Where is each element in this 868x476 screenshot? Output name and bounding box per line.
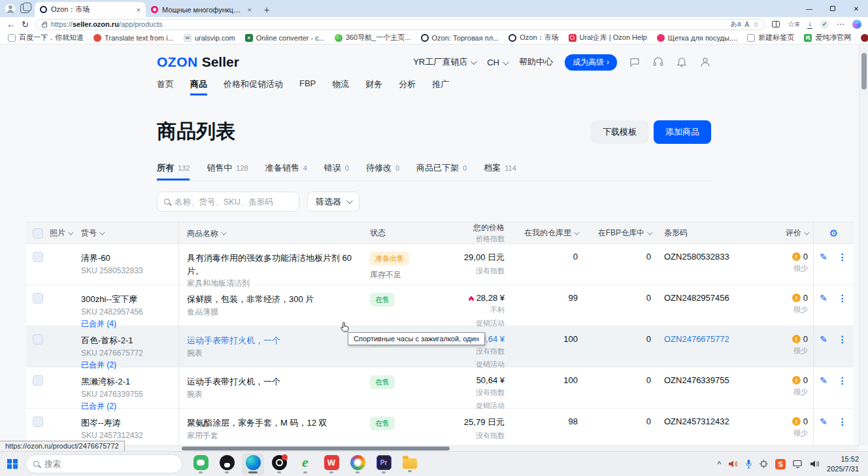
sogou-input-icon[interactable]: S xyxy=(775,459,786,469)
nav-item[interactable]: 物流 xyxy=(332,78,349,95)
select-all-checkbox[interactable] xyxy=(33,228,43,239)
bookmark-item[interactable]: Щетка для посуды,... xyxy=(657,34,737,42)
edit-pencil-icon[interactable]: ✎ xyxy=(820,252,827,262)
store-switcher[interactable]: YR工厂直销店 xyxy=(413,56,475,68)
filter-tab[interactable]: 所有 132 xyxy=(157,162,190,180)
more-menu-icon[interactable]: ⋯ xyxy=(837,20,844,28)
table-row[interactable]: 清界-60 SKU 2580532833 具有消毒作用的强效多功能清洁地板片剂 … xyxy=(26,244,854,285)
start-button[interactable] xyxy=(4,456,21,473)
edit-pencil-icon[interactable]: ✎ xyxy=(820,334,827,345)
ozon-logo[interactable]: OZONSeller xyxy=(157,54,239,70)
taskbar-app-wps[interactable]: W xyxy=(320,453,342,475)
row-checkbox[interactable] xyxy=(33,375,43,386)
row-menu-icon[interactable]: ⋮ xyxy=(838,252,848,262)
download-template-button[interactable]: 下载模板 xyxy=(591,120,648,144)
price-value[interactable]: 28,28 ¥ xyxy=(476,293,505,303)
price-value[interactable]: 25,79 日元 xyxy=(464,416,505,428)
volume-icon[interactable] xyxy=(810,460,820,468)
taskbar-search-input[interactable] xyxy=(44,460,175,469)
nav-item[interactable]: 价格和促销活动 xyxy=(224,78,283,95)
table-settings-gear-icon[interactable]: ⚙ xyxy=(829,228,838,239)
lock-icon[interactable] xyxy=(42,24,47,27)
close-button[interactable]: ✕ xyxy=(844,0,868,17)
language-switcher[interactable]: CH xyxy=(487,58,507,67)
search-input[interactable] xyxy=(175,197,292,207)
item-name[interactable]: 黑濑湾标-2-1 xyxy=(81,375,178,388)
product-search[interactable] xyxy=(157,192,299,212)
product-name-link[interactable]: 保鲜膜，包装，非常经济，300 片 xyxy=(187,293,359,306)
row-checkbox[interactable] xyxy=(33,416,43,427)
add-product-button[interactable]: 添加商品 xyxy=(654,120,711,144)
barcode-value[interactable]: OZN2476675772 xyxy=(656,326,754,371)
browser-tab-inactive[interactable]: Мощные многофункциональнь × xyxy=(146,2,257,17)
filter-tab[interactable]: 错误 0 xyxy=(324,162,349,180)
row-checkbox[interactable] xyxy=(33,293,43,303)
bookmark-item[interactable]: Ozon：市场 xyxy=(509,33,558,42)
favorite-star-icon[interactable]: ☆ xyxy=(753,21,759,28)
bookmark-item[interactable]: 纯 爱纯净官网 xyxy=(804,33,851,42)
filter-tab[interactable]: 准备销售 4 xyxy=(265,162,307,180)
vertical-scrollbar[interactable] xyxy=(859,44,868,445)
item-name[interactable]: 清界-60 xyxy=(81,252,178,265)
table-row[interactable]: 300zhi--宝下摩 SKU 2482957456 已合并 (4) 保鲜膜，包… xyxy=(26,285,854,326)
header-photo[interactable]: 照片 xyxy=(50,228,81,239)
bookmark-item[interactable]: x Online converter - c... xyxy=(245,34,325,42)
edit-pencil-icon[interactable]: ✎ xyxy=(820,416,827,427)
taskbar-app-browser360[interactable] xyxy=(346,453,369,475)
microphone-icon[interactable] xyxy=(745,459,752,469)
nav-item[interactable]: FBP xyxy=(299,78,316,95)
new-tab-button[interactable]: + xyxy=(259,3,274,17)
collections-icon[interactable]: ☆≡ xyxy=(788,20,799,28)
bookmark-item[interactable]: 百度一下，你就知道 xyxy=(8,33,84,42)
edit-pencil-icon[interactable]: ✎ xyxy=(820,375,827,386)
filter-tab[interactable]: 销售中 128 xyxy=(207,162,248,180)
filters-button[interactable]: 筛选器 xyxy=(307,192,359,212)
barcode-value[interactable]: OZN2482957456 xyxy=(656,285,754,330)
tab-close-icon[interactable]: × xyxy=(137,6,141,14)
display-icon[interactable] xyxy=(793,460,803,468)
taskbar-app-premiere[interactable]: Pr xyxy=(373,453,395,475)
refresh-icon[interactable]: ↻ xyxy=(22,20,29,29)
taskbar-app-edge[interactable] xyxy=(242,453,264,475)
nav-item[interactable]: 推广 xyxy=(432,78,449,95)
maximize-button[interactable] xyxy=(821,0,844,17)
item-name[interactable]: 300zhi--宝下摩 xyxy=(81,293,178,306)
taskbar-app-explorer[interactable] xyxy=(399,453,421,475)
notifications-bell-icon[interactable] xyxy=(676,56,688,68)
taskbar-app-wechat[interactable] xyxy=(190,453,212,475)
item-name[interactable]: 百色-首标-2-1 xyxy=(81,334,178,347)
barcode-value[interactable]: OZN2580532833 xyxy=(656,244,754,289)
support-headset-icon[interactable] xyxy=(652,56,664,68)
bookmark-item[interactable]: w uralsvip.com xyxy=(184,34,235,42)
edit-pencil-icon[interactable]: ✎ xyxy=(820,293,827,303)
bookmark-item[interactable]: Ozon: Торговая пл... xyxy=(421,34,499,42)
downloads-icon[interactable]: ↓ xyxy=(807,20,812,29)
chat-icon[interactable] xyxy=(629,56,641,68)
item-name[interactable]: 图岑--寿涛 xyxy=(81,416,178,430)
workspaces-icon[interactable] xyxy=(20,4,29,13)
row-menu-icon[interactable]: ⋮ xyxy=(838,334,848,345)
nav-item[interactable]: 商品 xyxy=(190,78,207,95)
read-aloud-icon[interactable]: A xyxy=(745,21,750,28)
row-checkbox[interactable] xyxy=(33,334,43,345)
price-value[interactable]: 29,00 日元 xyxy=(464,252,505,264)
bookmark-item[interactable]: 新建标签页 xyxy=(747,33,794,42)
filter-tab[interactable]: 商品已下架 0 xyxy=(416,162,467,180)
copilot-icon[interactable] xyxy=(852,20,861,29)
nav-item[interactable]: 首页 xyxy=(157,78,174,95)
horizontal-scrollbar[interactable] xyxy=(0,445,859,451)
bookmark-item[interactable]: 360导航_一个主页... xyxy=(335,33,411,42)
bookmark-item[interactable]: Translate text from i... xyxy=(93,34,174,42)
row-menu-icon[interactable]: ⋮ xyxy=(838,375,848,386)
remote-tool-icon[interactable] xyxy=(760,460,768,468)
bookmark-item[interactable]: 章鱼AI xyxy=(861,33,868,42)
filter-tab[interactable]: 待修改 0 xyxy=(366,162,399,180)
product-name-link[interactable]: 运动手表带打火机，一个 xyxy=(187,334,359,347)
password-check-icon[interactable]: ✓ xyxy=(820,20,829,29)
row-menu-icon[interactable]: ⋮ xyxy=(838,416,848,427)
price-value[interactable]: 50,64 ¥ xyxy=(476,375,505,385)
taskbar-clock[interactable]: 15:52 2025/7/31 xyxy=(827,454,859,473)
header-my-warehouse[interactable]: 在我的仓库里 xyxy=(510,228,583,239)
header-item[interactable]: 货号 xyxy=(81,222,179,244)
header-product-name[interactable]: 商品名称 xyxy=(179,228,370,239)
